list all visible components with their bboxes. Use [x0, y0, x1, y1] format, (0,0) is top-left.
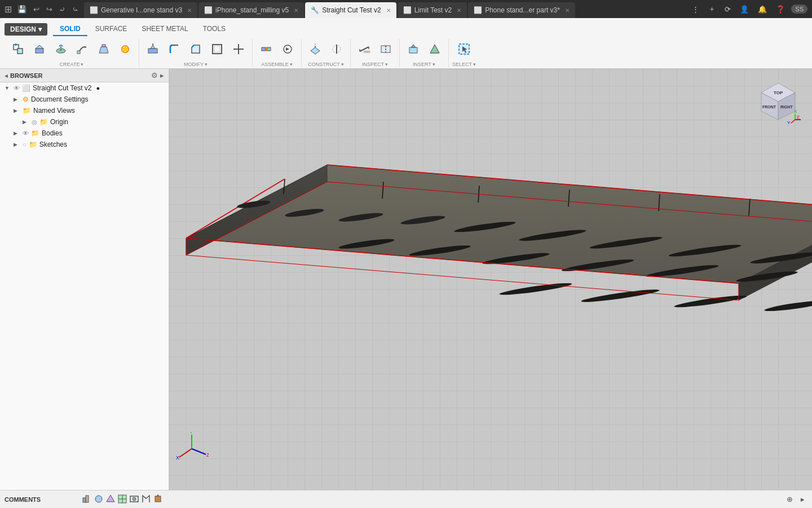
select-icon [458, 43, 470, 57]
tool-icon-7[interactable] [153, 494, 163, 504]
tool-icon-5[interactable] [129, 494, 139, 504]
select-button[interactable] [454, 41, 474, 59]
new-tab-icon[interactable]: ＋ [705, 3, 718, 15]
app-grid-icon[interactable]: ⊞ [5, 4, 12, 15]
tab-generative[interactable]: ⬜ Generative I...one stand v3 ✕ [84, 2, 197, 18]
tab-close-icon[interactable]: ✕ [386, 7, 391, 14]
sweep-button[interactable] [72, 41, 92, 59]
svg-text:Y: Y [787, 120, 791, 125]
tab-limit[interactable]: ⬜ Limit Test v2 ✕ [398, 2, 467, 18]
svg-rect-129 [155, 496, 161, 502]
tab-solid[interactable]: SOLID [53, 23, 87, 36]
browser-item-root[interactable]: ▼ 👁 ⬜ Straight Cut Test v2 ● [0, 82, 169, 94]
motion-button[interactable] [277, 41, 298, 59]
design-label: DESIGN [10, 25, 36, 33]
modify-dropdown-icon[interactable]: ▾ [205, 62, 208, 67]
insert-dropdown-icon[interactable]: ▾ [433, 62, 435, 67]
create-dropdown-icon[interactable]: ▾ [81, 62, 83, 67]
chamfer-button[interactable] [186, 41, 206, 59]
construct-dropdown-icon[interactable]: ▾ [341, 62, 344, 67]
select-dropdown-icon[interactable]: ▾ [473, 62, 476, 67]
add-comment-button[interactable]: ⊕ [784, 494, 796, 505]
create-buttons [8, 39, 135, 60]
browser-item-doc-settings[interactable]: ▶ ⚙ Document Settings [0, 94, 169, 105]
save-icon[interactable]: 💾 [15, 4, 29, 15]
axis-button[interactable] [326, 41, 347, 59]
tool-icon-3[interactable] [105, 494, 116, 504]
combine-button[interactable] [228, 41, 249, 59]
undo2-icon[interactable]: ⤾ [57, 4, 68, 15]
nav-cube[interactable]: TOP RIGHT FRONT Z Y X [756, 80, 801, 125]
browser-item-bodies[interactable]: ▶ 👁 📁 Bodies [0, 128, 169, 139]
sync-icon[interactable]: ⟳ [722, 4, 734, 15]
svg-point-22 [265, 48, 267, 50]
inspect-dropdown-icon[interactable]: ▾ [385, 62, 388, 67]
tab-iphone[interactable]: ⬜ iPhone_stand_milling v5 ✕ [198, 2, 304, 18]
section-button[interactable] [376, 41, 396, 59]
svg-rect-7 [77, 51, 80, 54]
tab-close-icon[interactable]: ✕ [187, 7, 192, 14]
notifications-icon[interactable]: 🔔 [755, 4, 770, 15]
revolve-button[interactable] [51, 41, 71, 59]
browser-collapse-icon[interactable]: ▸ [160, 71, 164, 80]
account-icon[interactable]: 👤 [737, 4, 752, 15]
browser-settings-icon[interactable]: ⚙ [151, 71, 158, 80]
insert-derive-button[interactable] [403, 41, 423, 59]
browser-back-icon[interactable]: ◂ [5, 72, 8, 80]
tool-icon-4[interactable] [117, 494, 127, 504]
new-component-button[interactable] [8, 41, 28, 59]
undo-icon[interactable]: ↩ [31, 4, 42, 15]
extrude-button[interactable] [29, 41, 50, 59]
viewport[interactable]: X TOP RIGHT FRONT Z Y X [169, 69, 812, 490]
help-icon[interactable]: ❓ [773, 4, 788, 15]
tab-phone-stand[interactable]: ⬜ Phone stand...er part v3* ✕ [468, 2, 575, 18]
inspect-buttons: mm [354, 39, 396, 60]
joint-button[interactable] [256, 41, 276, 59]
tab-surface[interactable]: SURFACE [89, 23, 134, 36]
chevron-right-icon: ▶ [14, 142, 20, 147]
eye-hidden-icon[interactable]: ○ [23, 141, 27, 148]
inspect-label: INSPECT ▾ [362, 62, 388, 67]
joint-icon [260, 43, 272, 57]
fillet-button[interactable] [164, 41, 184, 59]
measure-button[interactable]: mm [354, 41, 374, 59]
redo-icon[interactable]: ↪ [44, 4, 55, 15]
eye-closed-icon[interactable]: ◎ [32, 119, 37, 126]
tab-straight-cut[interactable]: 🔧 Straight Cut Test v2 ✕ [305, 2, 396, 18]
document-icon: ⬜ [22, 84, 30, 92]
redo2-icon[interactable]: ⤿ [70, 4, 81, 15]
special-button[interactable] [115, 41, 135, 59]
toolbar-group-assemble: ASSEMBLE ▾ [253, 39, 302, 67]
tool-icon-1[interactable] [82, 494, 92, 504]
design-button[interactable]: DESIGN ▾ [5, 23, 47, 36]
tab-sheet-metal[interactable]: SHEET METAL [135, 23, 195, 36]
eye-icon[interactable]: 👁 [23, 130, 29, 137]
expand-panel-icon[interactable]: ▸ [798, 494, 807, 505]
loft-button[interactable] [94, 41, 114, 59]
insert-mesh-button[interactable] [425, 41, 445, 59]
tab-tools[interactable]: TOOLS [196, 23, 232, 36]
visibility-icon[interactable]: 👁 [14, 85, 20, 91]
user-badge[interactable]: SS [791, 5, 807, 14]
tool-icon-6[interactable] [141, 494, 151, 504]
loft-icon [98, 43, 110, 57]
svg-marker-123 [107, 495, 114, 502]
3d-object: X [169, 69, 812, 490]
more-tabs-icon[interactable]: ⋮ [689, 4, 702, 15]
browser-item-sketches[interactable]: ▶ ○ 📁 Sketches [0, 139, 169, 150]
tool-icon-2[interactable] [94, 494, 104, 504]
insert-label: INSERT ▾ [413, 62, 435, 67]
browser-item-named-views[interactable]: ▶ 📁 Named Views [0, 105, 169, 116]
svg-rect-17 [214, 46, 220, 52]
browser-item-origin[interactable]: ▶ ◎ 📁 Origin [0, 116, 169, 128]
assemble-label: ASSEMBLE ▾ [261, 62, 293, 67]
press-pull-button[interactable] [143, 41, 163, 59]
assemble-buttons [256, 39, 298, 60]
shell-button[interactable] [207, 41, 227, 59]
plane-button[interactable] [305, 41, 325, 59]
tab-close-icon[interactable]: ✕ [457, 7, 461, 14]
tab-close-icon[interactable]: ✕ [294, 7, 298, 14]
measure-icon: mm [358, 43, 370, 57]
tab-close-icon[interactable]: ✕ [565, 7, 570, 14]
assemble-dropdown-icon[interactable]: ▾ [290, 62, 293, 67]
